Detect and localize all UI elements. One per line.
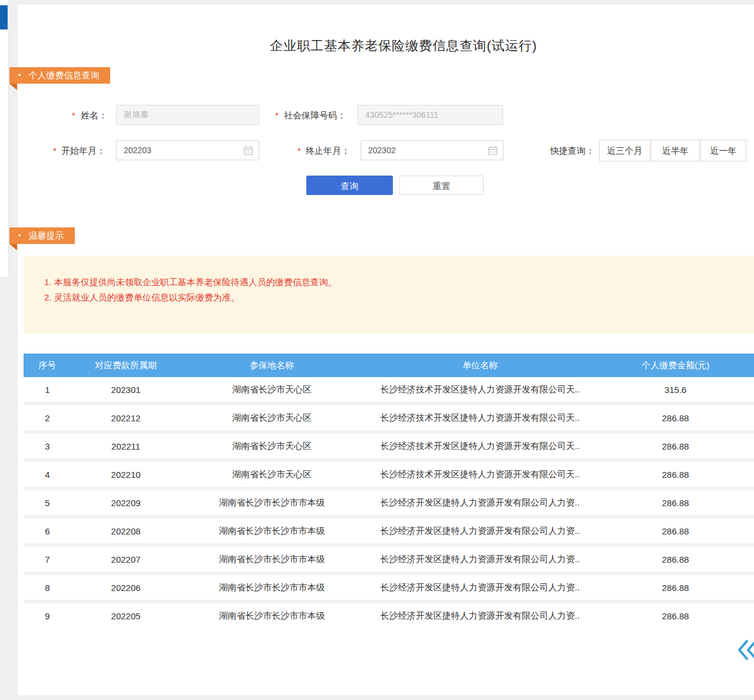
cell-area: 湖南省长沙市长沙市市本级 [181,554,363,565]
table-body: 1 202301 湖南省长沙市天心区 长沙经济技术开发区捷特人力资源开发有限公司… [24,377,754,628]
cell-employer: 长沙经济开发区捷特人力资源开发有限公司人力资.. [363,497,597,509]
ribbon-fold [9,84,17,90]
cell-period: 202208 [71,526,181,536]
name-label: 姓名： [81,110,107,121]
cell-amount: 286.88 [597,611,754,621]
header-period: 对应费款所属期 [71,360,181,371]
cell-amount: 286.88 [597,526,754,536]
cell-amount: 286.88 [597,441,754,451]
cell-seq: 1 [24,385,71,395]
cell-area: 湖南省长沙市长沙市市本级 [181,497,363,509]
cell-area: 湖南省长沙市长沙市市本级 [181,526,363,537]
reset-button[interactable]: 重置 [399,176,484,195]
tips-panel: 1. 本服务仅提供尚未领取企业职工基本养老保险待遇人员的缴费信息查询。 2. 灵… [24,256,754,334]
tip-line: 1. 本服务仅提供尚未领取企业职工基本养老保险待遇人员的缴费信息查询。 [44,275,754,290]
table-row: 4 202210 湖南省长沙市天心区 长沙经济技术开发区捷特人力资源开发有限公司… [24,462,754,487]
start-month-label: 开始年月： [61,146,105,157]
table-row: 2 202212 湖南省长沙市天心区 长沙经济技术开发区捷特人力资源开发有限公司… [24,405,754,430]
double-chevron-left-icon[interactable] [735,638,754,662]
table-row: 3 202211 湖南省长沙市天心区 长沙经济技术开发区捷特人力资源开发有限公司… [24,434,754,458]
required-mark: * [72,110,75,120]
name-input [116,105,259,125]
end-month-input[interactable] [361,140,504,160]
header-area: 参保地名称 [181,360,363,371]
section-label: 个人缴费信息查询 [29,70,100,81]
table-row: 9 202205 湖南省长沙市长沙市市本级 长沙经济开发区捷特人力资源开发有限公… [24,603,754,628]
start-month-input[interactable] [116,140,259,160]
cell-area: 湖南省长沙市天心区 [181,384,363,395]
cell-seq: 9 [24,611,71,621]
cell-employer: 长沙经济开发区捷特人力资源开发有限公司人力资.. [363,582,597,593]
cell-amount: 286.88 [597,470,754,480]
quick-range-halfyear-button[interactable]: 近半年 [651,140,700,161]
cell-amount: 286.88 [597,554,754,564]
cell-period: 202206 [71,583,181,593]
cell-period: 202212 [71,413,181,423]
section-header-tips: • 温馨提示 [9,227,75,244]
ssn-input [358,105,503,125]
end-month-label: 终止年月： [306,146,350,157]
table-row: 8 202206 湖南省长沙市长沙市市本级 长沙经济开发区捷特人力资源开发有限公… [24,575,754,600]
cell-period: 202210 [71,470,181,480]
section-label: 温馨提示 [29,230,64,242]
sidebar-toggle-tab[interactable] [0,5,8,29]
cell-seq: 8 [24,583,71,593]
tip-line: 2. 灵活就业人员的缴费单位信息以实际缴费为准。 [44,290,754,305]
table-row: 1 202301 湖南省长沙市天心区 长沙经济技术开发区捷特人力资源开发有限公司… [24,377,754,402]
collapsed-sidebar [0,0,9,277]
header-employer: 单位名称 [363,360,597,371]
calendar-icon[interactable] [488,146,498,156]
cell-seq: 3 [24,441,71,451]
calendar-icon[interactable] [243,146,253,156]
cell-period: 202205 [71,611,181,621]
required-mark: * [275,110,279,120]
cell-period: 202211 [71,441,181,451]
ssn-label: 社会保障号码： [284,110,346,121]
results-table: 序号 对应费款所属期 参保地名称 单位名称 个人缴费金额(元) 1 202301… [24,354,754,628]
header-seq: 序号 [24,360,71,371]
table-row: 5 202209 湖南省长沙市长沙市市本级 长沙经济开发区捷特人力资源开发有限公… [24,490,754,515]
cell-area: 湖南省长沙市天心区 [181,441,363,452]
cell-seq: 2 [24,413,71,423]
header-amount: 个人缴费金额(元) [597,360,754,371]
cell-amount: 286.88 [597,413,754,423]
dot-icon: • [18,67,21,84]
dot-icon: • [18,227,21,244]
cell-employer: 长沙经济开发区捷特人力资源开发有限公司人力资.. [363,610,597,622]
cell-employer: 长沙经济技术开发区捷特人力资源开发有限公司天.. [363,441,597,452]
table-row: 6 202208 湖南省长沙市长沙市市本级 长沙经济开发区捷特人力资源开发有限公… [24,519,754,543]
cell-employer: 长沙经济技术开发区捷特人力资源开发有限公司天.. [363,384,597,395]
cell-area: 湖南省长沙市长沙市市本级 [181,610,363,622]
page: 企业职工基本养老保险缴费信息查询(试运行) • 个人缴费信息查询 * 姓名： *… [0,0,754,700]
cell-period: 202209 [71,498,181,508]
cell-amount: 286.88 [597,498,754,508]
cell-area: 湖南省长沙市天心区 [181,412,363,424]
cell-amount: 315.6 [597,385,754,395]
cell-amount: 286.88 [597,583,754,593]
cell-period: 202301 [71,385,181,395]
required-mark: * [297,146,301,156]
quick-range-3months-button[interactable]: 近三个月 [599,140,650,161]
required-mark: * [53,146,57,156]
cell-employer: 长沙经济开发区捷特人力资源开发有限公司人力资.. [363,526,597,537]
page-title: 企业职工基本养老保险缴费信息查询(试运行) [35,37,754,55]
query-button[interactable]: 查询 [306,176,393,195]
quick-query-label: 快捷查询： [550,146,594,157]
table-header-row: 序号 对应费款所属期 参保地名称 单位名称 个人缴费金额(元) [24,354,754,377]
cell-employer: 长沙经济开发区捷特人力资源开发有限公司人力资.. [363,554,597,565]
section-header-personal-query: • 个人缴费信息查询 [9,67,110,84]
cell-area: 湖南省长沙市长沙市市本级 [181,582,363,593]
cell-seq: 4 [24,470,71,480]
cell-seq: 5 [24,498,71,508]
cell-employer: 长沙经济技术开发区捷特人力资源开发有限公司天.. [363,469,597,480]
ribbon-fold [9,244,17,250]
quick-range-1year-button[interactable]: 近一年 [700,140,746,161]
cell-employer: 长沙经济技术开发区捷特人力资源开发有限公司天.. [363,412,597,424]
table-row: 7 202207 湖南省长沙市长沙市市本级 长沙经济开发区捷特人力资源开发有限公… [24,547,754,572]
cell-area: 湖南省长沙市天心区 [181,469,363,480]
cell-period: 202207 [71,554,181,564]
cell-seq: 6 [24,526,71,536]
cell-seq: 7 [24,554,71,564]
